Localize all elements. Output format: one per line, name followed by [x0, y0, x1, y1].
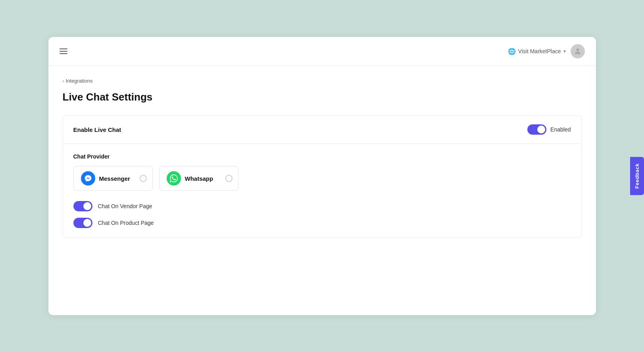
main-container: 🌐 Visit MarketPlace ▾ ‹ Integrations Liv…	[48, 37, 596, 315]
provider-card-messenger[interactable]: Messenger	[73, 166, 153, 191]
hamburger-menu-icon[interactable]	[60, 48, 67, 54]
chat-provider-section: Chat Provider Messenger	[63, 144, 581, 238]
enable-live-chat-toggle[interactable]	[527, 124, 546, 135]
toggle-slider	[527, 124, 546, 135]
settings-card: Enable Live Chat Enabled Chat Provider	[63, 115, 582, 238]
provider-card-whatsapp[interactable]: Whatsapp	[159, 166, 238, 191]
marketplace-label: Visit MarketPlace	[518, 48, 561, 54]
product-toggle-slider	[73, 218, 92, 228]
whatsapp-name: Whatsapp	[185, 175, 213, 182]
avatar[interactable]	[571, 44, 585, 58]
product-page-toggle[interactable]	[73, 218, 92, 228]
messenger-name: Messenger	[99, 175, 130, 182]
enable-live-chat-label: Enable Live Chat	[73, 126, 121, 133]
product-page-toggle-row: Chat On Product Page	[73, 218, 571, 228]
provider-options: Messenger Whatsapp	[73, 166, 571, 191]
breadcrumb-chevron-icon: ‹	[63, 78, 64, 84]
header: 🌐 Visit MarketPlace ▾	[48, 37, 596, 66]
chat-provider-title: Chat Provider	[73, 153, 571, 160]
marketplace-link[interactable]: 🌐 Visit MarketPlace ▾	[508, 48, 566, 55]
whatsapp-radio	[225, 175, 233, 182]
feedback-button[interactable]: Feedback	[630, 157, 644, 195]
vendor-toggle-slider	[73, 201, 92, 211]
enable-live-chat-status: Enabled	[550, 126, 571, 133]
content-area: ‹ Integrations Live Chat Settings Enable…	[48, 66, 596, 250]
page-title: Live Chat Settings	[63, 91, 582, 103]
header-left	[60, 48, 67, 54]
chevron-down-icon: ▾	[563, 48, 566, 54]
globe-icon: 🌐	[508, 48, 516, 55]
vendor-page-toggle-row: Chat On Vendor Page	[73, 201, 571, 211]
enable-live-chat-row: Enable Live Chat Enabled	[63, 116, 581, 144]
vendor-page-toggle[interactable]	[73, 201, 92, 211]
breadcrumb-label: Integrations	[66, 78, 93, 84]
whatsapp-icon	[167, 171, 181, 186]
enable-row-right: Enabled	[527, 124, 571, 135]
breadcrumb[interactable]: ‹ Integrations	[63, 78, 582, 84]
messenger-radio	[140, 175, 147, 182]
product-page-label: Chat On Product Page	[98, 220, 154, 226]
messenger-icon	[81, 171, 95, 186]
svg-point-0	[576, 48, 579, 51]
vendor-page-label: Chat On Vendor Page	[98, 203, 152, 209]
header-right: 🌐 Visit MarketPlace ▾	[508, 44, 585, 58]
